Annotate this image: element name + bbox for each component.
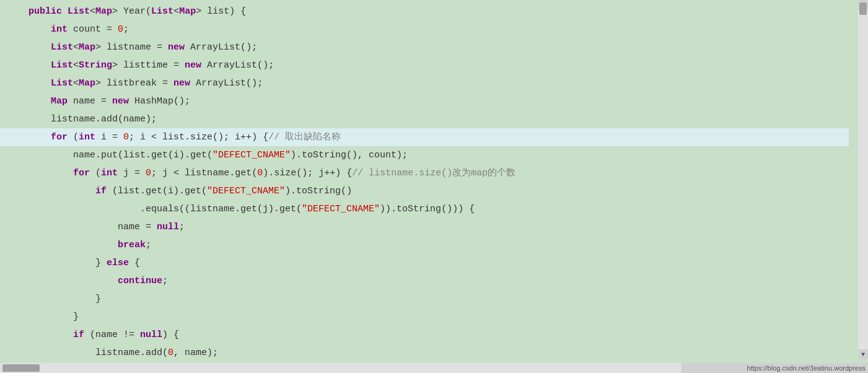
code-line: List<Map> listbreak = new ArrayList(); [0,74,849,92]
code-line: Map name = new HashMap(); [0,92,849,110]
code-line: List<Map> listname = new ArrayList(); [0,38,849,56]
code-line: if (name != null) { [0,326,849,344]
code-line: name = null; [0,218,849,236]
code-line: continue; [0,272,849,290]
h-scroll-thumb[interactable] [2,364,40,372]
scroll-thumb[interactable] [859,2,867,15]
code-line: } [0,308,849,326]
code-line: public List<Map> Year(List<Map> list) { [0,2,849,20]
code-line: int count = 0; [0,20,849,38]
horizontal-scrollbar[interactable] [0,363,682,373]
code-line: if (list.get(i).get("DEFECT_CNAME").toSt… [0,182,849,200]
code-line: for (int j = 0; j < listname.get(0).size… [0,164,849,182]
code-line: .equals((listname.get(j).get("DEFECT_CNA… [0,200,849,218]
code-line: name.put(list.get(i).get("DEFECT_CNAME")… [0,146,849,164]
url-label: https://blog.csdn.net/3eatinu.wordpress [747,364,866,372]
code-line: for (int i = 0; i < list.size(); i++) {/… [0,128,849,146]
code-container: public List<Map> Year(List<Map> list) { … [0,0,868,373]
code-line: break; [0,236,849,254]
code-line: listname.add(name); [0,110,849,128]
code-line: List<String> listtime = new ArrayList(); [0,56,849,74]
code-line: } [0,290,849,308]
status-bar: https://blog.csdn.net/3eatinu.wordpress [682,363,868,373]
scroll-down-arrow[interactable]: ▼ [858,349,868,359]
vertical-scrollbar[interactable]: ▲ ▼ [858,0,868,359]
code-line: listname.add(0, name); [0,344,849,359]
code-line: } else { [0,254,849,272]
code-area[interactable]: public List<Map> Year(List<Map> list) { … [0,0,849,359]
